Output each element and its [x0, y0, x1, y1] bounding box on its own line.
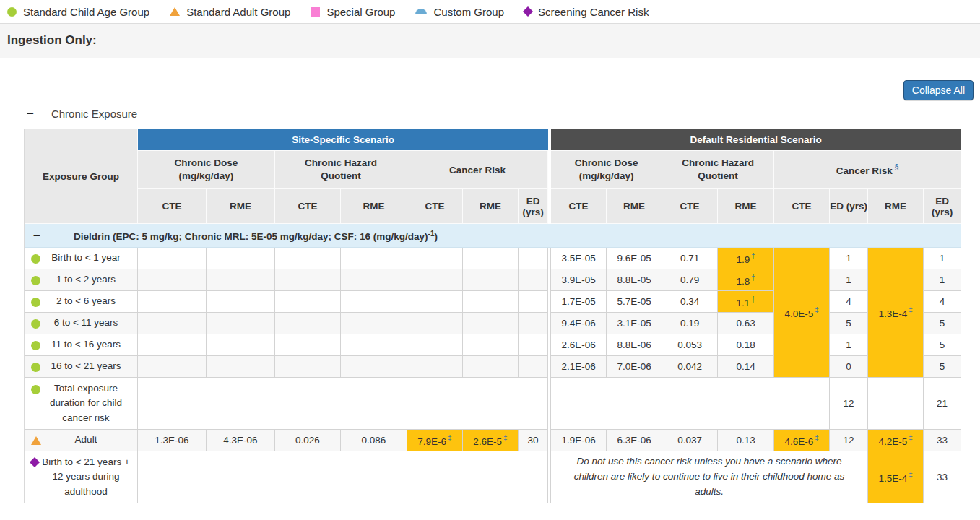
chronic-exposure-title: Chronic Exposure — [51, 108, 137, 120]
header-label: Chronic Hazard Quotient — [664, 157, 772, 183]
exposure-group-cell: Total exposure duration for child cancer… — [25, 378, 138, 430]
empty-cell — [463, 248, 519, 269]
data-cell: 2.6E-06 — [551, 334, 607, 356]
empty-cell — [463, 269, 519, 291]
empty-cell — [868, 378, 924, 430]
empty-cell — [463, 334, 519, 356]
data-cell: 1 — [830, 248, 868, 269]
header-label: Chronic Dose (mg/kg/day) — [552, 157, 661, 183]
empty-cell — [463, 291, 519, 313]
exposure-group-cell: 16 to < 21 years — [25, 356, 138, 378]
data-cell: 3.9E-05 — [551, 269, 607, 291]
data-cell: 33 — [924, 430, 961, 451]
cte-column-header: CTE — [275, 189, 341, 224]
data-cell: 9.6E-05 — [607, 248, 662, 269]
empty-cell — [341, 248, 407, 269]
merged-empty-cell — [138, 378, 548, 430]
empty-cell — [341, 291, 407, 313]
collapse-all-button[interactable]: Collapse All — [903, 80, 974, 100]
superscript-flag: ‡ — [909, 471, 913, 479]
data-cell: 0.037 — [662, 430, 718, 451]
rme-column-header: RME — [341, 189, 407, 224]
table-controls: Collapse All — [0, 58, 980, 100]
data-cell: 1 — [830, 334, 868, 356]
highlight-cell: 7.9E-6‡ — [407, 430, 463, 451]
screening-group-icon — [30, 457, 40, 467]
exposure-group-header: Exposure Group — [25, 129, 138, 224]
empty-cell — [138, 291, 207, 313]
cte-column-header: CTE — [662, 189, 718, 224]
data-cell: 1 — [924, 248, 961, 269]
highlight-cell: 1.1† — [718, 291, 774, 313]
adult-group-icon — [31, 436, 41, 445]
chemical-collapse-toggle[interactable]: − — [33, 230, 40, 242]
value: 4.0E-5 — [784, 308, 813, 318]
superscript-flag: ‡ — [503, 434, 508, 442]
empty-cell — [519, 313, 548, 334]
empty-cell — [275, 269, 341, 291]
empty-cell — [341, 334, 407, 356]
exposure-group-cell: Adult — [25, 430, 138, 451]
empty-cell — [207, 313, 275, 334]
custom-group-icon — [415, 9, 427, 14]
ingestion-only-heading: Ingestion Only: — [0, 23, 980, 58]
exposure-results-table: Exposure Group Site-Specific Scenario De… — [24, 129, 961, 503]
ss-chronic-hazard-quotient-header: Chronic Hazard Quotient — [275, 151, 407, 189]
child-group-icon — [31, 385, 40, 394]
superscript-flag: ‡ — [909, 434, 913, 442]
data-cell: 0 — [830, 356, 868, 378]
highlight-cell: 1.9† — [718, 248, 774, 269]
empty-cell — [407, 269, 463, 291]
empty-cell — [407, 291, 463, 313]
child-group-icon — [31, 363, 40, 372]
ed-column-header: ED (yrs) — [830, 189, 868, 224]
empty-cell — [519, 334, 548, 356]
superscript-flag: † — [751, 252, 755, 260]
data-cell: 2.1E-06 — [551, 356, 607, 378]
legend-item-standard-adult: Standard Adult Group — [170, 6, 290, 18]
empty-cell — [138, 356, 207, 378]
data-cell: 0.026 — [275, 430, 341, 451]
superscript-flag: ‡ — [909, 306, 913, 314]
ed-column-header: ED (yrs) — [519, 189, 548, 224]
data-cell: 30 — [519, 430, 548, 451]
legend-label: Standard Adult Group — [186, 6, 290, 18]
empty-cell — [407, 356, 463, 378]
merged-empty-cell — [551, 378, 830, 430]
superscript-flag: ‡ — [448, 434, 452, 442]
data-cell: 21 — [924, 378, 961, 430]
value: 1.8 — [736, 275, 750, 286]
empty-cell — [275, 248, 341, 269]
empty-cell — [519, 248, 548, 269]
cte-column-header: CTE — [138, 189, 207, 224]
superscript-flag: ‡ — [815, 306, 819, 314]
exposure-group-cell: Birth to < 21 years + 12 years during ad… — [25, 451, 138, 503]
highlight-cell: 1.8† — [718, 269, 774, 291]
chronic-exposure-heading: − Chronic Exposure — [27, 108, 980, 120]
chemical-band: − Dieldrin (EPC: 5 mg/kg; Chronic MRL: 5… — [25, 224, 961, 248]
data-cell: 9.4E-06 — [551, 313, 607, 334]
value: 1.9 — [736, 254, 750, 264]
header-label: Chronic Dose (mg/kg/day) — [152, 157, 261, 183]
group-label: 2 to < 6 years — [56, 295, 116, 306]
empty-cell — [275, 313, 341, 334]
chemical-row: − Dieldrin (EPC: 5 mg/kg; Chronic MRL: 5… — [25, 224, 961, 248]
rme-column-header: RME — [607, 189, 662, 224]
empty-cell — [341, 269, 407, 291]
empty-cell — [207, 291, 275, 313]
empty-cell — [519, 269, 548, 291]
header-label: Chronic Hazard Quotient — [287, 157, 395, 183]
empty-cell — [275, 291, 341, 313]
chemical-title: Dieldrin (EPC: 5 mg/kg; Chronic MRL: 5E-… — [25, 231, 438, 242]
adult-group-icon — [170, 7, 180, 16]
data-cell: 0.14 — [718, 356, 774, 378]
group-label: Total exposure duration for child cancer… — [50, 383, 122, 423]
highlight-cell: 4.6E-6‡ — [774, 430, 830, 451]
empty-cell — [207, 248, 275, 269]
chronic-collapse-toggle[interactable]: − — [27, 108, 34, 120]
child-group-icon — [7, 7, 17, 17]
data-cell: 4 — [830, 291, 868, 313]
rme-column-header: RME — [207, 189, 275, 224]
legend-label: Standard Child Age Group — [23, 6, 149, 18]
ss-chronic-dose-header: Chronic Dose (mg/kg/day) — [138, 151, 275, 189]
